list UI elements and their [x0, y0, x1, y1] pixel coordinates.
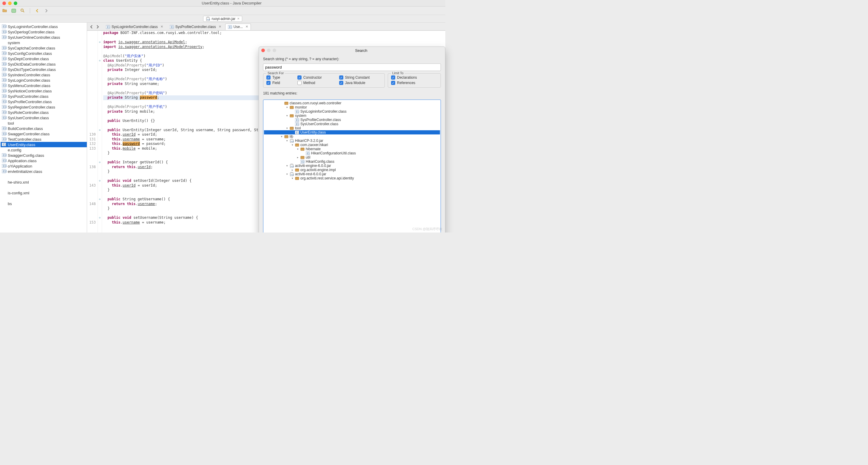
result-row[interactable]: ▾activiti-rest-6.0.0.jar — [264, 172, 440, 176]
jar-tab[interactable]: ruoyi-admin.jar ✕ — [203, 16, 242, 22]
checkbox-references[interactable]: ✓References — [391, 81, 438, 85]
tree-item[interactable]: SysConfigController.class — [1, 51, 87, 56]
result-row[interactable]: HikariConfigurationUtil.class — [264, 151, 440, 155]
tree-item[interactable]: is-config.xml — [1, 190, 87, 196]
checkbox-field[interactable]: ✓Field — [267, 81, 292, 85]
disclosure-icon[interactable]: ▾ — [280, 135, 283, 138]
result-row[interactable]: HikariConfig.class — [264, 160, 440, 164]
result-row[interactable]: ▾system — [264, 113, 440, 118]
tree-item[interactable]: SysUserOnlineController.class — [1, 35, 87, 40]
result-row[interactable]: ▸util — [264, 155, 440, 160]
tree-item[interactable]: bs — [1, 201, 87, 206]
tree-item[interactable]: SysDeptController.class — [1, 56, 87, 61]
disclosure-icon[interactable]: ▾ — [285, 127, 288, 130]
tree-item[interactable]: SysDictTypeController.class — [1, 67, 87, 72]
tree-item[interactable]: SysNoticeController.class — [1, 88, 87, 94]
tree-item[interactable]: SysOperlogController.class — [1, 29, 87, 35]
result-row[interactable]: SysLogininforController.class — [264, 109, 440, 113]
search-results-tree[interactable]: classes.com.ruoyi.web.controller▾monitor… — [263, 100, 441, 232]
disclosure-icon[interactable]: ▾ — [291, 143, 294, 146]
disclosure-icon[interactable]: ▾ — [285, 106, 288, 109]
tree-item[interactable]: system — [1, 40, 87, 45]
disclosure-icon[interactable]: ▾ — [285, 139, 288, 142]
disclosure-icon[interactable]: ▾ — [285, 114, 288, 117]
disclosure-icon[interactable]: ▸ — [291, 168, 294, 171]
open-type-icon[interactable] — [11, 8, 17, 14]
result-row[interactable]: ▾hibernate — [264, 147, 440, 151]
tree-item[interactable]: SysPostController.class — [1, 94, 87, 99]
close-window-button[interactable] — [2, 1, 6, 5]
tree-item[interactable]: SysUserController.class — [1, 115, 87, 121]
tree-item[interactable] — [1, 196, 87, 201]
tab-history-forward-icon[interactable] — [95, 25, 100, 29]
tree-item[interactable]: SysDictDataController.class — [1, 61, 87, 67]
nav-back-icon[interactable] — [34, 8, 40, 14]
tree-item[interactable]: SysLoginController.class — [1, 77, 87, 83]
tree-item[interactable]: SwaggerConfig.class — [1, 153, 87, 158]
tree-item[interactable]: Application.class — [1, 158, 87, 163]
checkbox-constructor[interactable]: ✓Constructor — [298, 75, 334, 79]
tree-item[interactable] — [1, 174, 87, 179]
editor-tab[interactable]: SysLogininforController.class✕ — [103, 24, 166, 30]
result-row[interactable]: ▾HikariCP-3.2.0.jar — [264, 139, 440, 143]
tree-item[interactable]: SysLogininforController.class — [1, 24, 87, 29]
result-row[interactable]: SysProfileController.class — [264, 118, 440, 122]
tree-item[interactable]: SysMenuController.class — [1, 83, 87, 88]
result-row[interactable]: UserEntity.class — [264, 130, 440, 134]
checkbox-type[interactable]: ✓Type — [267, 75, 292, 79]
tree-item[interactable]: SysCaptchaController.class — [1, 45, 87, 51]
disclosure-icon[interactable]: ▾ — [285, 173, 288, 175]
tree-item[interactable] — [1, 185, 87, 190]
close-icon[interactable]: ✕ — [219, 25, 221, 29]
search-icon[interactable] — [20, 8, 26, 14]
disclosure-icon[interactable]: ▾ — [285, 164, 288, 167]
tree-item[interactable]: ervletInitializer.class — [1, 169, 87, 174]
editor-tab[interactable]: Use...✕ — [225, 24, 251, 30]
tree-item[interactable]: TestController.class — [1, 136, 87, 142]
close-tab-icon[interactable]: ✕ — [237, 17, 240, 20]
class-file-icon — [2, 45, 6, 51]
checkbox-method[interactable]: Method — [298, 81, 334, 85]
dialog-close-button[interactable] — [261, 48, 265, 52]
tree-item[interactable]: e.config — [1, 147, 87, 153]
result-row[interactable]: ▾monitor — [264, 105, 440, 109]
checkbox-string_constant[interactable]: ✓String Constant — [339, 75, 381, 79]
tree-item[interactable]: SysProfileController.class — [1, 99, 87, 104]
editor-tab[interactable]: SysProfileController.class✕ — [167, 24, 224, 30]
tree-item[interactable]: SysRegisterController.class — [1, 104, 87, 110]
editor-tab-label: Use... — [234, 25, 243, 29]
close-icon[interactable]: ✕ — [160, 25, 163, 29]
open-file-icon[interactable] — [2, 8, 8, 14]
tree-item[interactable]: tool — [1, 121, 87, 126]
result-row[interactable]: ▾org.activiti.rest.service.api.identity — [264, 176, 440, 180]
result-row[interactable]: ▸org.activiti.engine.impl — [264, 168, 440, 172]
close-icon[interactable]: ✕ — [246, 25, 248, 29]
tree-item[interactable]: he-shiro.xml — [1, 179, 87, 185]
result-row[interactable]: ▾com.zaxxer.hikari — [264, 143, 440, 147]
disclosure-icon[interactable]: ▾ — [296, 147, 299, 151]
checkbox-declarations[interactable]: ✓Declarations — [391, 75, 438, 79]
result-row[interactable]: ▾tool — [264, 126, 440, 130]
minimize-window-button[interactable] — [8, 1, 12, 5]
zoom-window-button[interactable] — [14, 1, 17, 5]
tab-history-back-icon[interactable] — [90, 25, 94, 29]
nav-forward-icon[interactable] — [43, 8, 49, 14]
tree-item[interactable]: SwaggerController.class — [1, 131, 87, 136]
fold-column[interactable]: ⊖⊖⊖⊖⊖⊖⊖ — [98, 31, 102, 232]
disclosure-icon[interactable]: ▸ — [296, 156, 299, 159]
result-row[interactable]: ▾activiti-engine-6.0.0.jar — [264, 164, 440, 168]
search-input[interactable] — [263, 64, 441, 71]
result-row[interactable]: ▾lib — [264, 134, 440, 139]
tree-item[interactable]: SysIndexController.class — [1, 72, 87, 77]
result-row[interactable]: classes.com.ruoyi.web.controller — [264, 101, 440, 105]
tree-item[interactable]: BuildController.class — [1, 126, 87, 131]
tree-item[interactable]: UserEntity.class — [1, 142, 87, 147]
disclosure-icon[interactable]: ▾ — [291, 177, 294, 180]
file-tree[interactable]: SysLogininforController.classSysOperlogC… — [0, 23, 87, 232]
result-row[interactable]: SysUserController.class — [264, 122, 440, 126]
tree-item[interactable]: oYiApplication — [1, 163, 87, 169]
class-file-icon — [2, 99, 6, 104]
class-file-icon — [2, 78, 6, 82]
checkbox-java_module[interactable]: ✓Java Module — [339, 81, 381, 85]
tree-item[interactable]: SysRoleController.class — [1, 110, 87, 115]
